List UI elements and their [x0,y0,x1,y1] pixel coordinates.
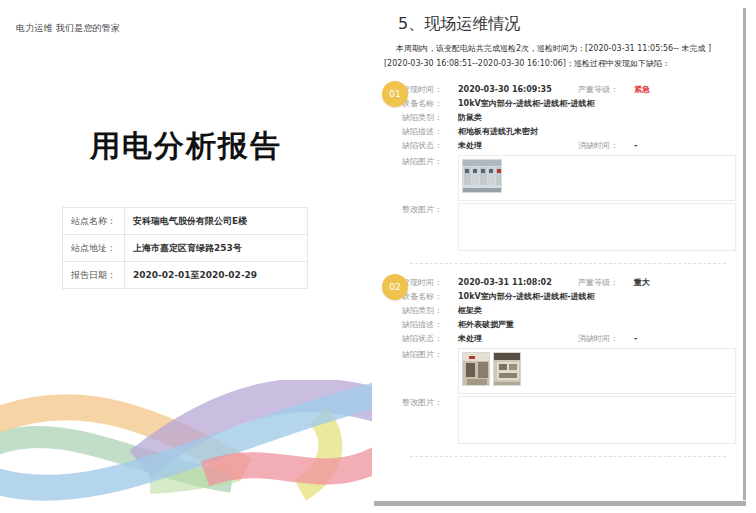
device-name-value: 10kV室内部分-进线柜-进线柜-进线柜 [458,97,595,111]
fix-photos-label: 整改图片： [402,203,458,217]
defect-index-badge: 02 [382,274,408,300]
vertical-scrollbar[interactable] [743,8,746,500]
table-row: 站点地址： 上海市嘉定区育绿路253号 [63,235,308,262]
resolve-time-label: 消缺时间： [578,332,634,346]
defect-category-label: 缺陷类别： [402,111,458,125]
defect-index-badge: 01 [382,81,408,107]
defect-status-label: 缺陷状态： [402,139,458,153]
fix-photos-box [458,203,736,251]
report-date-label: 报告日期： [63,262,125,289]
report-date-value: 2020-02-01至2020-02-29 [125,262,308,289]
resolve-time-value: - [634,139,637,153]
defect-photos-label: 缺陷图片： [402,155,458,169]
defect-item: 01 发现时间： 2020-03-30 16:09:35 严重等级： 紧急 设备… [374,83,746,264]
divider [410,263,726,264]
site-address-value: 上海市嘉定区育绿路253号 [125,235,308,262]
site-address-label: 站点地址： [63,235,125,262]
report-title: 用电分析报告 [0,126,372,167]
cover-page: 电力运维 我们是您的管家 用电分析报告 站点名称： 安科瑞电气股份有限公司E楼 … [0,0,372,513]
defect-status-value: 未处理 [458,139,578,153]
defect-photos-label: 缺陷图片： [402,348,458,362]
defect-category-label: 缺陷类别： [402,304,458,318]
ops-section-page: 5、现场运维情况 本周期内，该变配电站共完成巡检2次，巡检时间为：[2020-0… [374,0,746,513]
site-info-table: 站点名称： 安科瑞电气股份有限公司E楼 站点地址： 上海市嘉定区育绿路253号 … [62,207,308,289]
defect-category-value: 框架类 [458,304,482,318]
decorative-wave-graphic [0,380,372,506]
device-name-label: 设备名称： [402,97,458,111]
defect-photo [462,352,490,386]
divider [410,456,726,457]
found-time-value: 2020-03-30 16:09:35 [458,83,578,97]
defect-status-value: 未处理 [458,332,578,346]
resolve-time-value: - [634,332,637,346]
defect-description-label: 缺陷描述： [402,125,458,139]
defect-photos-box [458,348,736,394]
defect-description-value: 柜地板有进线孔未密封 [458,125,538,139]
horizontal-scrollbar[interactable] [374,501,746,506]
defect-description-label: 缺陷描述： [402,318,458,332]
fix-photos-label: 整改图片： [402,396,458,410]
defect-status-label: 缺陷状态： [402,332,458,346]
found-time-value: 2020-03-31 11:08:02 [458,276,578,290]
brand-slogan: 电力运维 我们是您的管家 [16,22,120,35]
defect-item: 02 发现时间： 2020-03-31 11:08:02 严重等级： 重大 设备… [374,276,746,457]
inspection-summary: 本周期内，该变配电站共完成巡检2次，巡检时间为：[2020-03-31 11:0… [384,41,736,71]
severity-value: 紧急 [634,83,650,97]
fix-photos-box [458,396,736,444]
defect-photos-box [458,155,736,201]
found-time-label: 发现时间： [402,83,458,97]
device-name-label: 设备名称： [402,290,458,304]
device-name-value: 10kV室内部分-进线柜-进线柜-进线柜 [458,290,595,304]
site-name-label: 站点名称： [63,208,125,235]
table-row: 报告日期： 2020-02-01至2020-02-29 [63,262,308,289]
defect-category-value: 防鼠类 [458,111,482,125]
found-time-label: 发现时间： [402,276,458,290]
table-row: 站点名称： 安科瑞电气股份有限公司E楼 [63,208,308,235]
section-title: 5、现场运维情况 [398,14,746,35]
report-preview: 电力运维 我们是您的管家 用电分析报告 站点名称： 安科瑞电气股份有限公司E楼 … [0,0,756,513]
defect-photo [493,352,521,386]
severity-value: 重大 [634,276,650,290]
defect-photo [462,159,502,193]
defect-description-value: 柜外表破损严重 [458,318,514,332]
site-name-value: 安科瑞电气股份有限公司E楼 [125,208,308,235]
resolve-time-label: 消缺时间： [578,139,634,153]
severity-label: 严重等级： [578,276,634,290]
severity-label: 严重等级： [578,83,634,97]
